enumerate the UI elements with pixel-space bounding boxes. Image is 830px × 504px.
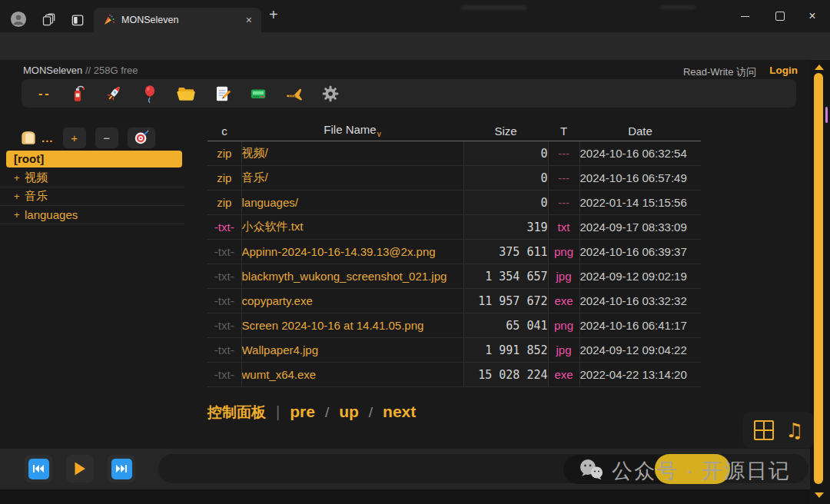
file-action-link[interactable]: zip — [208, 141, 241, 166]
table-row: zip视频/0---2024-10-16 06:32:54 — [208, 141, 701, 166]
breadcrumb-dashes-button[interactable]: -- — [38, 87, 51, 101]
page-title: MONSeleven // 258G free — [23, 65, 138, 76]
file-table-body: zip视频/0---2024-10-16 06:32:54zip音乐/0---2… — [208, 141, 701, 387]
trumpet-icon[interactable] — [284, 84, 304, 104]
next-link[interactable]: next — [383, 403, 416, 421]
sidebar-tree-item[interactable]: +视频 — [0, 169, 184, 187]
action-toolbar: -- — [22, 79, 796, 108]
tab-actions-button[interactable] — [70, 12, 85, 28]
file-date: 2024-10-16 06:32:54 — [579, 141, 701, 166]
column-header-size[interactable]: Size — [463, 121, 548, 141]
sidebar-tree-item[interactable]: +音乐 — [0, 187, 184, 206]
sidebar-tree-item[interactable]: +languages — [0, 206, 184, 224]
file-date: 2024-09-17 08:33:09 — [579, 215, 701, 240]
file-action-link[interactable]: -txt- — [208, 313, 241, 338]
file-name-link[interactable]: 小众软件.txt — [241, 215, 463, 240]
expand-all-button[interactable]: + — [63, 128, 86, 148]
column-header-c[interactable]: c — [208, 121, 241, 141]
file-type-badge: txt — [548, 215, 579, 240]
file-action-link[interactable]: -txt- — [208, 363, 241, 387]
file-name-link[interactable]: Appinn-2024-10-16-14.39.13@2x.png — [241, 240, 463, 264]
sidebar-dots-button[interactable]: ... — [42, 131, 54, 144]
avatar-icon — [10, 11, 27, 28]
column-header-type[interactable]: T — [548, 121, 579, 141]
new-tab-button[interactable]: + — [269, 6, 278, 24]
music-note-icon[interactable]: ♫ — [785, 419, 803, 442]
balloon-icon[interactable] — [140, 84, 160, 104]
app-name[interactable]: MONSeleven — [23, 65, 82, 76]
table-row: -txt-copyparty.exe11 957 672exe2024-10-1… — [208, 289, 701, 313]
file-action-link[interactable]: zip — [208, 166, 241, 191]
expand-icon[interactable]: + — [14, 172, 25, 184]
table-row: -txt-Screen 2024-10-16 at 14.41.05.png65… — [208, 313, 701, 338]
table-row: -txt-Wallpaper4.jpg1 991 852jpg2024-09-1… — [208, 338, 701, 363]
column-header-filename[interactable]: File Namev — [241, 121, 463, 141]
file-name-link[interactable]: wumt_x64.exe — [241, 363, 463, 387]
gear-icon[interactable] — [320, 84, 340, 104]
minimize-button[interactable] — [727, 0, 762, 32]
workspaces-button[interactable] — [42, 12, 57, 28]
file-table: c File Namev Size T Date zip视频/0---2024-… — [208, 121, 701, 387]
rocket-icon[interactable] — [104, 84, 124, 104]
scrollbar-thumb[interactable] — [814, 73, 823, 484]
file-name-link[interactable]: blackmyth_wukong_screenshot_021.jpg — [241, 264, 463, 289]
tab-close-button[interactable]: × — [246, 14, 252, 26]
file-action-link[interactable]: -txt- — [208, 240, 241, 264]
file-action-link[interactable]: -txt- — [208, 215, 241, 240]
bottom-strip — [0, 489, 830, 504]
pager-icon[interactable] — [248, 84, 268, 104]
pre-link[interactable]: pre — [290, 403, 315, 421]
control-panel-link[interactable]: 控制面板 — [208, 403, 266, 423]
split-screen-icon — [70, 12, 85, 28]
cropped-text-artifact — [461, 5, 526, 10]
profile-avatar-button[interactable] — [10, 11, 27, 28]
file-date: 2024-10-16 06:57:49 — [579, 166, 701, 191]
up-link[interactable]: up — [339, 403, 359, 421]
fire-extinguisher-icon[interactable] — [68, 84, 88, 104]
login-link[interactable]: Login — [769, 65, 798, 76]
file-type-badge: png — [548, 313, 579, 338]
minimize-icon — [741, 16, 749, 17]
sidebar-button-row: ... + − — [0, 125, 184, 150]
file-name-link[interactable]: 视频/ — [241, 141, 463, 166]
memo-icon[interactable] — [212, 84, 232, 104]
file-type-badge: --- — [548, 191, 579, 215]
close-button[interactable]: × — [795, 0, 830, 32]
maximize-button[interactable] — [762, 0, 798, 32]
file-size: 375 611 — [463, 240, 548, 264]
expand-icon[interactable]: + — [14, 191, 25, 202]
file-action-link[interactable]: -txt- — [208, 264, 241, 289]
file-name-link[interactable]: copyparty.exe — [241, 289, 463, 313]
dart-button[interactable] — [128, 128, 155, 148]
grid-view-icon[interactable] — [754, 420, 774, 440]
table-row: zip音乐/0---2024-10-16 06:57:49 — [208, 166, 701, 191]
play-button[interactable] — [66, 455, 94, 482]
folder-icon[interactable] — [176, 84, 196, 104]
next-track-button[interactable] — [108, 455, 135, 482]
file-date: 2022-04-22 13:14:20 — [579, 363, 701, 387]
root-folder-selected[interactable]: [root] — [6, 151, 182, 167]
file-type-badge: --- — [548, 166, 579, 191]
file-name-link[interactable]: Wallpaper4.jpg — [241, 338, 463, 363]
previous-track-button[interactable] — [25, 455, 52, 482]
file-type-badge: exe — [548, 289, 579, 313]
file-size: 65 041 — [463, 313, 548, 338]
table-header-row: c File Namev Size T Date — [208, 121, 701, 141]
bread-icon[interactable] — [18, 128, 38, 148]
browser-tab[interactable]: MONSeleven × — [94, 8, 261, 32]
file-name-link[interactable]: languages/ — [241, 191, 463, 215]
collapse-all-button[interactable]: − — [95, 128, 118, 148]
file-date: 2024-10-16 06:39:37 — [579, 240, 701, 264]
expand-icon[interactable]: + — [14, 209, 25, 220]
file-action-link[interactable]: zip — [208, 191, 241, 215]
tree-item-label: 视频 — [25, 171, 48, 185]
watermark-text: 公众号 · 开源日记 — [612, 457, 791, 485]
file-size: 1 991 852 — [463, 338, 548, 363]
column-header-date[interactable]: Date — [579, 121, 701, 141]
file-name-link[interactable]: 音乐/ — [241, 166, 463, 191]
file-name-link[interactable]: Screen 2024-10-16 at 14.41.05.png — [241, 313, 463, 338]
file-action-link[interactable]: -txt- — [208, 338, 241, 363]
scrollbar-down-arrow[interactable] — [815, 492, 824, 498]
scrollbar-up-arrow[interactable] — [815, 65, 824, 70]
file-action-link[interactable]: -txt- — [208, 289, 241, 313]
